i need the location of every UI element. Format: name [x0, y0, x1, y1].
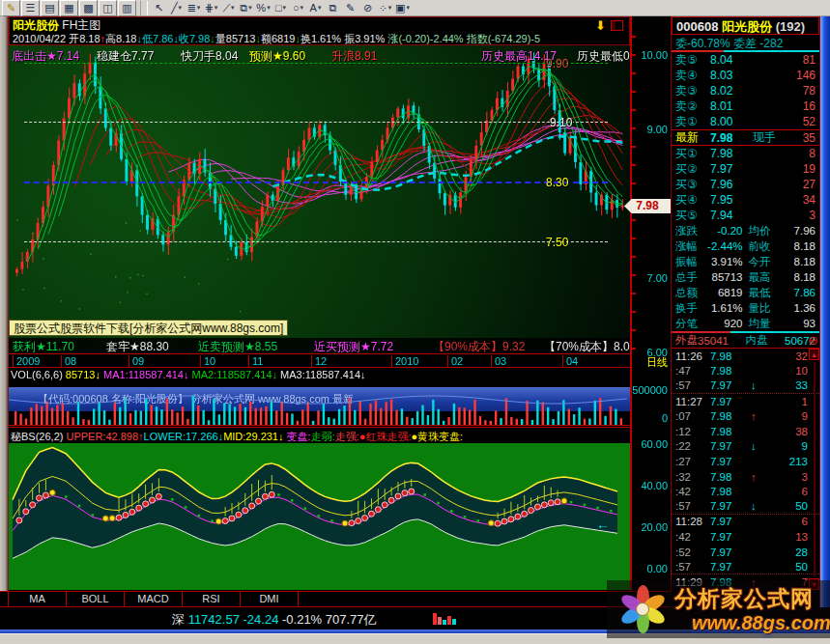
copy-icon[interactable]: ⧉	[325, 1, 341, 15]
waipan-value: 35041	[698, 335, 746, 347]
stock-code: 000608	[676, 19, 718, 34]
waipan-label: 外盘	[675, 333, 698, 348]
percent-tool-icon[interactable]: %▾	[255, 1, 272, 15]
tick-row[interactable]: :427.986	[672, 484, 819, 499]
stock-app-window: ✎☰▤▦▩◫▥↖╱▾≣▾⋕▾⟋▾⧉▾%▾□▾○▾A▾⧉✎⊘⁘▾▣▾ 阳光股份 F…	[0, 0, 830, 644]
waipan-row: 外盘 35041 内盘 50672	[672, 333, 819, 348]
tab-ma[interactable]: MA	[9, 592, 67, 606]
stat-row: 总手85713最高8.18	[672, 269, 819, 285]
chart-view-icon[interactable]: ▩	[79, 0, 98, 16]
quote-list-icon[interactable]: ▤	[41, 0, 59, 16]
fanline-tool-icon[interactable]: ⟋▾	[220, 1, 237, 15]
view-name: FH主图	[62, 18, 100, 32]
indicator-value-label: 【90%成本】9.32	[433, 339, 525, 353]
pointer-tool-icon[interactable]: ↖	[151, 1, 167, 15]
tick-list: 11:267.9832:477.9810:577.97↓3311:277.971…	[672, 348, 819, 590]
main-chart[interactable]: 股票公式股票软件下载[分析家公式网www.88gs.com] 获利★11.70套…	[9, 45, 630, 353]
indicator-value-label: 【70%成本】8.04	[544, 339, 630, 353]
main-chart-canvas[interactable]	[9, 45, 630, 353]
grid-view-icon[interactable]: ▦	[60, 0, 78, 16]
order-book-row[interactable]: 卖①8.0052	[672, 114, 819, 129]
tick-row[interactable]: :277.97213	[672, 454, 819, 469]
kline-view-icon[interactable]: ▥	[118, 0, 136, 16]
stat-row: 分笔920均量93	[672, 316, 819, 331]
anchor-down-icon[interactable]: ⬇	[595, 18, 606, 33]
tick-row[interactable]: 11:287.976	[672, 515, 819, 530]
stat-row: 总额6819最低7.86	[672, 285, 819, 300]
crosshair-icon[interactable]: ⊕	[808, 335, 819, 347]
current-vol: 35	[776, 131, 816, 145]
bs-axis-label: 0.00	[647, 563, 668, 574]
tab-boll[interactable]: BOLL	[67, 592, 125, 606]
tick-row[interactable]: :477.9810	[672, 364, 819, 379]
tick-row[interactable]: :527.9728	[672, 545, 819, 560]
mini-bars-icon	[433, 612, 456, 625]
tick-row[interactable]: :327.98↑3	[672, 469, 819, 485]
ellipse-tool-icon[interactable]: ○▾	[290, 1, 306, 15]
report-icon[interactable]: ☰	[21, 0, 40, 16]
site-watermark: 分析家公式网 www.88gs.com	[607, 580, 830, 638]
tab-macd[interactable]: MACD	[125, 592, 183, 606]
order-book-row[interactable]: 买③7.9627	[672, 177, 819, 192]
tick-row[interactable]: :077.98↑9	[672, 408, 819, 424]
timeline-axis[interactable]: 200908091011122010020304	[9, 353, 630, 368]
rect-tool-icon[interactable]: □▾	[272, 1, 289, 15]
split-view-icon[interactable]: ◫	[99, 0, 117, 16]
delete-icon[interactable]: ⊘	[359, 1, 376, 15]
order-book-row[interactable]: 卖②8.0116	[672, 98, 819, 114]
tick-row[interactable]: :577.97↓50	[672, 499, 819, 515]
indicator-value-label: 近卖预测★8.55	[198, 339, 277, 353]
latest-price-row[interactable]: 最新 7.98 现手 35	[672, 129, 819, 146]
window-scrollbar-strip[interactable]	[820, 16, 830, 630]
tick-row[interactable]: 11:277.971	[672, 394, 819, 409]
scroll-up-button[interactable]: ▲	[809, 349, 819, 360]
color-dots-icon[interactable]: ⁘▾	[377, 1, 393, 15]
tick-row[interactable]: :127.9838	[672, 424, 819, 439]
order-book-row[interactable]: 卖④8.03146	[672, 68, 819, 83]
volume-pane[interactable]: 【代码:000608 名称:阳光股份】 分析家公式网 www.88gs.com …	[9, 382, 630, 426]
stat-row: 换手1.61%量比1.36	[672, 300, 819, 316]
tick-row[interactable]: :577.9750	[672, 559, 819, 574]
timeline-label: 03	[491, 355, 506, 367]
stock-header-row[interactable]: 000608 阳光股份 (192)	[672, 16, 819, 35]
vline-tool-icon[interactable]: ⋕▾	[203, 1, 219, 15]
reference-line	[24, 241, 608, 242]
stats-grid: 涨跌-0.20均价7.96涨幅-2.44%前收8.18振幅3.91%今开8.18…	[672, 223, 819, 331]
order-book-row[interactable]: 卖③8.0278	[672, 83, 819, 98]
trendline-tool-icon[interactable]: ╱▾	[168, 1, 185, 15]
reference-line	[24, 63, 608, 64]
bs-canvas[interactable]	[9, 443, 630, 590]
order-book-row[interactable]: 买⑤7.943	[672, 208, 819, 223]
indicator-row: 获利★11.70套牢★88.30近卖预测★8.55近买预测★7.72【90%成本…	[9, 338, 630, 353]
tick-scrollbar[interactable]: ⊕ ▲ ▼	[809, 349, 819, 590]
bs-indicator-pane[interactable]: ←	[9, 443, 630, 590]
tick-row[interactable]: 11:267.9832	[672, 349, 819, 364]
toolbar: ✎☰▤▦▩◫▥↖╱▾≣▾⋕▾⟋▾⧉▾%▾□▾○▾A▾⧉✎⊘⁘▾▣▾	[0, 0, 830, 16]
eraser-icon[interactable]: ✎	[342, 1, 358, 15]
save-icon[interactable]: ▣▾	[394, 1, 411, 15]
price-axis-label: 9.00	[647, 124, 668, 135]
reference-line-label: 9.10	[550, 116, 572, 129]
tick-row[interactable]: :577.97↓33	[672, 378, 819, 394]
order-book-row[interactable]: 卖⑤8.0481	[672, 52, 819, 68]
tick-row[interactable]: :427.9713	[672, 529, 819, 545]
stock-name: 阳光股份	[13, 18, 59, 32]
order-book-row[interactable]: 买④7.9534	[672, 192, 819, 208]
hline-tool-icon[interactable]: ≣▾	[186, 1, 202, 15]
timeline-label: 12	[311, 355, 327, 367]
bs-axis-label: 20.00	[641, 521, 668, 533]
window-split-icon[interactable]	[611, 20, 623, 31]
order-book-row[interactable]: 买①7.988	[672, 146, 819, 161]
order-book-row[interactable]: 买②7.9719	[672, 161, 819, 177]
volume-canvas[interactable]	[9, 382, 630, 426]
axis-tick-marks	[632, 36, 636, 354]
text-tool-icon[interactable]: A▾	[307, 1, 324, 15]
tick-row[interactable]: :227.97↓9	[672, 439, 819, 455]
price-axis: 7.98 10.009.007.006.00日线500000060.0040.0…	[630, 16, 672, 630]
scroll-track[interactable]	[814, 362, 816, 576]
bs-axis-label: 60.00	[641, 438, 668, 450]
brush-icon[interactable]: ✎	[2, 0, 20, 16]
tab-rsi[interactable]: RSI	[183, 592, 241, 606]
channel-tool-icon[interactable]: ⧉▾	[238, 1, 254, 15]
tab-dmi[interactable]: DMI	[241, 592, 299, 606]
